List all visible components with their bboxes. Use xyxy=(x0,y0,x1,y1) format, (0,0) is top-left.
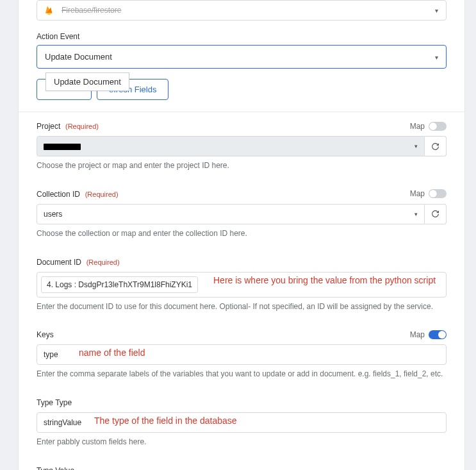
annotation-document: Here is where you bring the value from t… xyxy=(213,275,436,285)
keys-value: type xyxy=(44,350,58,359)
annotation-type-type: The type of the field in the database xyxy=(94,415,237,426)
app-name: Firebase/firestore xyxy=(62,6,121,15)
map-label: Map xyxy=(410,189,425,198)
collection-label: Collection ID xyxy=(37,190,80,199)
project-select[interactable]: ▾ xyxy=(37,136,425,156)
collection-help: Choose the collection or map and enter t… xyxy=(37,228,447,239)
project-label: Project xyxy=(37,122,60,131)
map-toggle-project[interactable] xyxy=(429,122,447,131)
chevron-down-icon: ▾ xyxy=(414,211,418,217)
annotation-keys: name of the field xyxy=(79,348,145,358)
keys-help: Enter the comma separate labels of the v… xyxy=(37,369,447,380)
document-label: Document ID xyxy=(37,258,81,267)
project-help: Choose the project or map and enter the … xyxy=(37,160,447,171)
type-type-help: Enter pabbly custom fields here. xyxy=(37,437,447,448)
tooltip: Update Document xyxy=(45,72,129,91)
type-value-label: Type Value xyxy=(37,466,74,470)
collection-value: users xyxy=(44,210,62,219)
map-label: Map xyxy=(410,122,425,131)
document-help: Enter the document ID to use for this do… xyxy=(37,301,447,312)
project-value-redacted xyxy=(44,144,81,150)
action-event-value: Update Document xyxy=(45,52,112,62)
map-toggle-keys[interactable] xyxy=(429,330,447,339)
required-tag: (Required) xyxy=(85,190,119,198)
required-tag: (Required) xyxy=(86,258,120,266)
app-select[interactable]: Firebase/firestore ▾ xyxy=(37,0,447,21)
required-tag: (Required) xyxy=(65,122,99,130)
action-event-label: Action Event xyxy=(37,32,447,41)
field-document: Document ID (Required) 4. Logs : DsdgPr1… xyxy=(37,257,447,312)
field-type-value: Type Value Premium The value you want to… xyxy=(37,466,447,470)
document-chip: 4. Logs : DsdgPr13leThXTr9M1l8FhiZYKi1 xyxy=(41,276,198,293)
firebase-icon xyxy=(44,4,55,16)
field-type-type: Type Type stringValue The type of the fi… xyxy=(37,398,447,448)
chevron-down-icon: ▾ xyxy=(414,143,418,149)
field-keys: Keys Map type name of the field Enter th… xyxy=(37,330,447,380)
action-event-select[interactable]: Update Document ▾ xyxy=(37,45,447,69)
collection-select[interactable]: users ▾ xyxy=(37,204,425,224)
field-collection: Collection ID (Required) Map users ▾ Cho… xyxy=(37,189,447,239)
type-type-label: Type Type xyxy=(37,398,72,407)
refresh-project-button[interactable] xyxy=(425,136,447,156)
type-type-value: stringValue xyxy=(44,418,81,427)
map-label: Map xyxy=(410,330,425,339)
chevron-down-icon: ▾ xyxy=(435,53,438,60)
map-toggle-collection[interactable] xyxy=(429,189,447,198)
field-project: Project (Required) Map ▾ Choose the proj… xyxy=(37,121,447,171)
refresh-collection-button[interactable] xyxy=(425,204,447,224)
keys-label: Keys xyxy=(37,330,54,339)
chevron-down-icon: ▾ xyxy=(435,7,438,14)
